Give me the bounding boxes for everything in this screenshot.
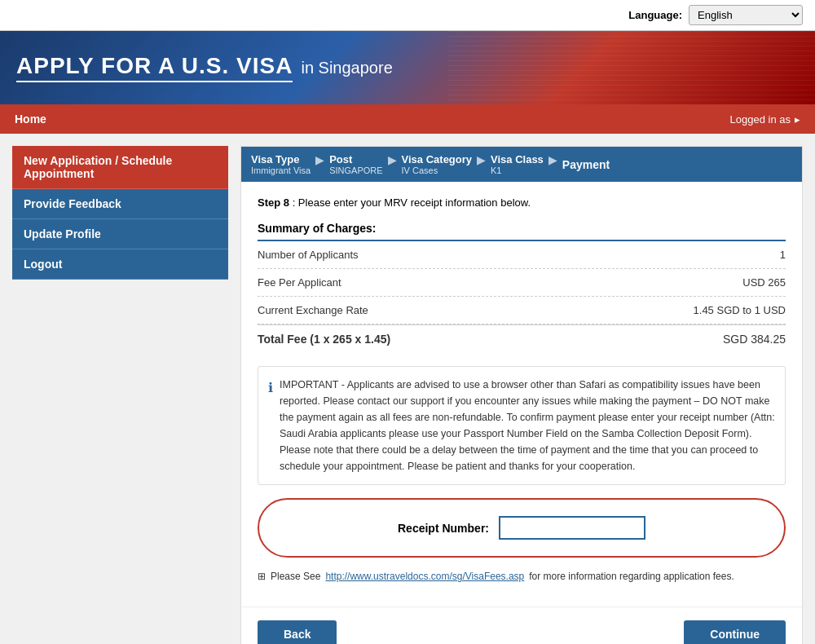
language-select[interactable]: English Español Français 中文 — [689, 5, 803, 25]
fee-link-prefix: Please See — [271, 571, 320, 582]
header-banner: APPLY FOR A U.S. VISA in Singapore — [0, 31, 815, 104]
fee-link-section: ⊞ Please See http://www.ustraveldocs.com… — [258, 571, 786, 582]
step-visa-category: Visa Category IV Cases — [402, 153, 472, 175]
charge-row-fee: Fee Per Applicant USD 265 — [258, 269, 786, 297]
info-icon: ℹ — [268, 377, 273, 474]
sidebar-item-provide-feedback[interactable]: Provide Feedback — [12, 189, 228, 219]
total-row: Total Fee (1 x 265 x 1.45) SGD 384.25 — [258, 324, 786, 353]
step-intro: Step 8 : Please enter your MRV receipt i… — [258, 196, 786, 209]
step-payment: Payment — [562, 153, 610, 175]
fee-link-suffix: for more information regarding applicati… — [529, 571, 734, 582]
content-body: Step 8 : Please enter your MRV receipt i… — [241, 182, 802, 607]
charge-row-exchange: Current Exchange Rate 1.45 SGD to 1 USD — [258, 297, 786, 324]
language-label: Language: — [628, 9, 682, 21]
summary-title: Summary of Charges: — [258, 222, 786, 235]
fee-link-icon: ⊞ — [258, 571, 266, 582]
main-layout: New Application / Schedule Appointment P… — [0, 134, 815, 644]
sidebar: New Application / Schedule Appointment P… — [12, 146, 228, 644]
sidebar-item-logout[interactable]: Logout — [12, 249, 228, 280]
step-arrow-3: ▶ — [477, 153, 486, 175]
content-area: Visa Type Immigrant Visa ▶ Post SINGAPOR… — [240, 146, 803, 644]
sidebar-item-new-application[interactable]: New Application / Schedule Appointment — [12, 146, 228, 189]
step-post: Post SINGAPORE — [329, 153, 382, 175]
back-button[interactable]: Back — [258, 620, 337, 644]
steps-bar: Visa Type Immigrant Visa ▶ Post SINGAPOR… — [241, 147, 802, 182]
step-visa-type: Visa Type Immigrant Visa — [251, 153, 311, 175]
step-arrow-4: ▶ — [548, 153, 557, 175]
step-visa-class: Visa Class K1 — [491, 153, 544, 175]
info-box: ℹ IMPORTANT - Applicants are advised to … — [258, 366, 786, 485]
site-title: APPLY FOR A U.S. VISA — [16, 53, 293, 82]
continue-button[interactable]: Continue — [684, 620, 786, 644]
nav-bar: Home Logged in as ▸ — [0, 104, 815, 134]
logged-in-status: Logged in as ▸ — [716, 107, 815, 132]
action-row: Back Continue — [241, 607, 802, 644]
logged-in-label: Logged in as — [730, 113, 791, 126]
receipt-section: Receipt Number: — [258, 498, 786, 558]
top-bar: Language: English Español Français 中文 — [0, 0, 815, 31]
nav-arrow: ▸ — [795, 113, 800, 126]
info-text: IMPORTANT - Applicants are advised to us… — [280, 377, 775, 474]
step-arrow-1: ▶ — [315, 153, 324, 175]
charge-row-applicants: Number of Applicants 1 — [258, 241, 786, 269]
receipt-label: Receipt Number: — [398, 522, 489, 535]
site-subtitle: in Singapore — [301, 59, 392, 77]
receipt-number-input[interactable] — [499, 516, 645, 540]
home-link[interactable]: Home — [0, 106, 61, 132]
fee-link[interactable]: http://www.ustraveldocs.com/sg/VisaFees.… — [325, 571, 524, 582]
step-arrow-2: ▶ — [388, 153, 397, 175]
sidebar-item-update-profile[interactable]: Update Profile — [12, 219, 228, 249]
